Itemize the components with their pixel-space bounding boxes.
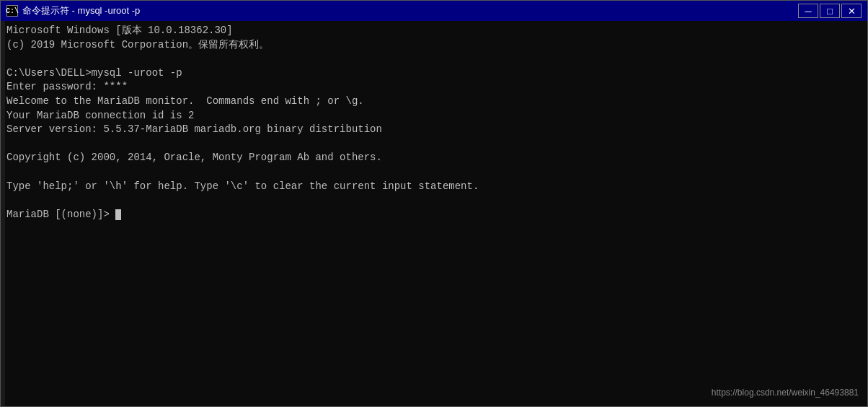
terminal-line: (c) 2019 Microsoft Corporation。保留所有权利。 (6, 38, 862, 53)
terminal-line-empty (6, 193, 862, 208)
close-button[interactable]: ✕ (841, 4, 862, 18)
terminal-line-empty (6, 137, 862, 152)
watermark: https://blog.csdn.net/weixin_46493881 (712, 387, 859, 399)
terminal-prompt-line: MariaDB [(none)]> (6, 208, 862, 222)
title-bar-left: C:\ 命令提示符 - mysql -uroot -p (6, 4, 140, 17)
terminal-output: Microsoft Windows [版本 10.0.18362.30] (c)… (6, 24, 862, 222)
terminal-line: Enter password: **** (6, 80, 862, 95)
terminal-line: Microsoft Windows [版本 10.0.18362.30] (6, 24, 862, 38)
window-title: 命令提示符 - mysql -uroot -p (22, 4, 140, 17)
terminal-line: Your MariaDB connection id is 2 (6, 109, 862, 123)
terminal-line: C:\Users\DELL>mysql -uroot -p (6, 66, 862, 81)
terminal-window: C:\ 命令提示符 - mysql -uroot -p ─ □ ✕ Micros… (0, 0, 868, 407)
maximize-button[interactable]: □ (820, 4, 840, 18)
terminal-body[interactable]: Microsoft Windows [版本 10.0.18362.30] (c)… (1, 21, 867, 406)
terminal-line-empty (6, 52, 862, 66)
scrollbar-left (1, 21, 5, 406)
cmd-icon: C:\ (6, 5, 18, 17)
terminal-line: Welcome to the MariaDB monitor. Commands… (6, 95, 862, 109)
terminal-line: Server version: 5.5.37-MariaDB mariadb.o… (6, 123, 862, 137)
minimize-button[interactable]: ─ (798, 4, 818, 18)
terminal-line: Copyright (c) 2000, 2014, Oracle, Monty … (6, 151, 862, 165)
terminal-line-empty (6, 165, 862, 180)
window-controls: ─ □ ✕ (798, 4, 862, 18)
terminal-line: Type 'help;' or '\h' for help. Type '\c'… (6, 180, 862, 194)
terminal-cursor (115, 209, 121, 220)
title-bar: C:\ 命令提示符 - mysql -uroot -p ─ □ ✕ (1, 1, 867, 21)
